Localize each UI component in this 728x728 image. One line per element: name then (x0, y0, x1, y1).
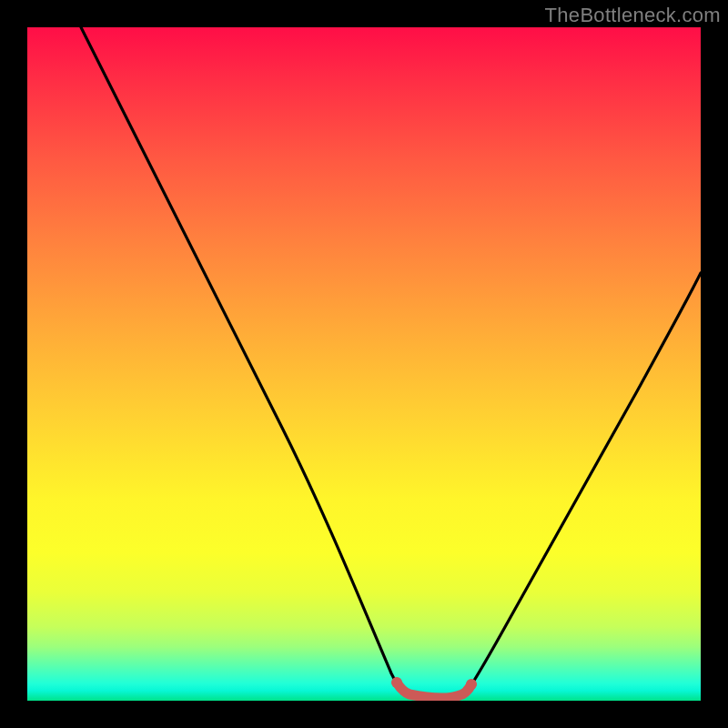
curve-layer (27, 27, 701, 701)
valley-dot-right (466, 679, 477, 690)
left-curve (81, 27, 402, 693)
chart-frame (27, 27, 701, 701)
valley-dot-left (391, 677, 402, 688)
valley-highlight (397, 682, 471, 698)
right-curve (466, 273, 701, 693)
watermark-text: TheBottleneck.com (545, 4, 721, 27)
